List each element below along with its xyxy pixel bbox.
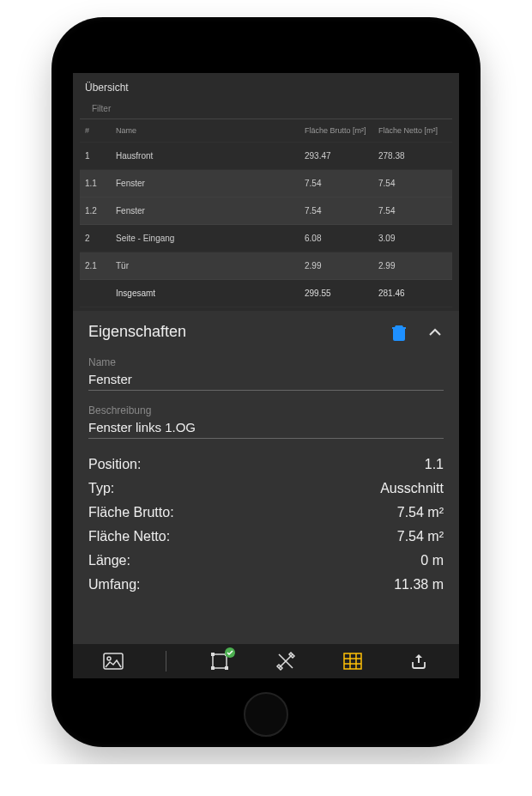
property-label: Fläche Brutto: bbox=[88, 502, 174, 523]
property-value: 11.38 m bbox=[394, 574, 444, 595]
col-num: # bbox=[85, 126, 111, 135]
col-name: Name bbox=[116, 126, 299, 135]
cell: 1 bbox=[85, 151, 111, 161]
table-row[interactable]: 1Hausfront293.47278.38 bbox=[80, 143, 452, 170]
property-row: Fläche Brutto:7.54 m² bbox=[88, 501, 444, 525]
cell: 2.99 bbox=[305, 261, 373, 270]
nav-tools[interactable] bbox=[272, 647, 299, 675]
cell: Insgesamt bbox=[116, 289, 299, 298]
tools-icon bbox=[275, 651, 296, 671]
image-icon bbox=[103, 653, 124, 670]
field-value: Fenster bbox=[88, 372, 444, 386]
panel-header: Eigenschaften bbox=[88, 323, 444, 341]
panel-title: Eigenschaften bbox=[88, 323, 186, 341]
nav-grid[interactable] bbox=[339, 647, 366, 675]
page-title: Übersicht bbox=[73, 73, 459, 99]
property-value: Ausschnitt bbox=[380, 478, 444, 499]
property-value: 7.54 m² bbox=[397, 526, 444, 547]
property-label: Länge: bbox=[88, 550, 130, 571]
cell: 299.55 bbox=[305, 289, 373, 298]
name-field[interactable]: Name Fenster bbox=[88, 356, 444, 391]
nav-share[interactable] bbox=[405, 647, 432, 675]
cell: Fenster bbox=[116, 179, 299, 188]
phone-frame: Übersicht Filter # Name Fläche Brutto [m… bbox=[51, 17, 481, 747]
properties-panel: Eigenschaften bbox=[73, 311, 459, 678]
col-net: Fläche Netto [m²] bbox=[378, 126, 447, 135]
property-label: Position: bbox=[88, 454, 141, 475]
cell: Seite - Eingang bbox=[116, 234, 299, 243]
cell: 7.54 bbox=[378, 206, 447, 216]
grid-icon bbox=[343, 653, 362, 670]
cell: 6.08 bbox=[305, 234, 373, 243]
cell: 293.47 bbox=[305, 151, 373, 161]
table-row[interactable]: 1.2Fenster7.547.54 bbox=[80, 197, 452, 225]
property-label: Umfang: bbox=[88, 574, 140, 595]
cell: 1.2 bbox=[85, 206, 111, 216]
property-label: Fläche Netto: bbox=[88, 526, 170, 547]
properties-list: Position:1.1Typ:AusschnittFläche Brutto:… bbox=[88, 453, 444, 597]
cell: 1.1 bbox=[85, 179, 111, 188]
property-value: 0 m bbox=[420, 550, 444, 571]
property-row: Länge:0 m bbox=[88, 549, 444, 573]
property-row: Umfang:11.38 m bbox=[88, 573, 444, 597]
cell: 2.99 bbox=[378, 261, 447, 270]
col-gross: Fläche Brutto [m²] bbox=[305, 126, 373, 135]
trash-icon bbox=[391, 324, 407, 341]
property-value: 1.1 bbox=[425, 454, 444, 475]
share-icon bbox=[409, 652, 428, 671]
cell: 281.46 bbox=[378, 289, 447, 298]
check-badge-icon bbox=[225, 647, 235, 658]
cell: 278.38 bbox=[378, 151, 447, 161]
table-row[interactable]: 1.1Fenster7.547.54 bbox=[80, 170, 452, 197]
cell: Fenster bbox=[116, 206, 299, 216]
svg-rect-6 bbox=[225, 666, 228, 670]
chevron-up-icon bbox=[427, 325, 443, 340]
phone-inner: Übersicht Filter # Name Fläche Brutto [m… bbox=[60, 26, 472, 738]
description-field[interactable]: Beschreibung Fenster links 1.OG bbox=[88, 404, 444, 439]
overview-table: # Name Fläche Brutto [m²] Fläche Netto [… bbox=[80, 119, 452, 307]
table-body: 1Hausfront293.47278.381.1Fenster7.547.54… bbox=[80, 143, 452, 280]
nav-divider bbox=[166, 651, 166, 671]
cell: 7.54 bbox=[378, 179, 447, 188]
bottom-nav bbox=[73, 644, 459, 678]
delete-button[interactable] bbox=[390, 324, 408, 341]
cell: 3.09 bbox=[378, 234, 447, 243]
property-row: Typ:Ausschnitt bbox=[88, 477, 444, 501]
svg-point-1 bbox=[107, 657, 111, 660]
cell: Tür bbox=[116, 261, 299, 270]
panel-actions bbox=[390, 324, 444, 341]
table-row[interactable]: 2.1Tür2.992.99 bbox=[80, 252, 452, 280]
cell: 2 bbox=[85, 234, 111, 243]
svg-rect-8 bbox=[344, 653, 361, 669]
property-row: Position:1.1 bbox=[88, 453, 444, 477]
home-button[interactable] bbox=[244, 692, 288, 737]
app-screen: Übersicht Filter # Name Fläche Brutto [m… bbox=[73, 73, 459, 678]
cell: 2.1 bbox=[85, 261, 111, 270]
table-row[interactable]: 2Seite - Eingang6.083.09 bbox=[80, 225, 452, 252]
table-total-row: Insgesamt 299.55 281.46 bbox=[80, 280, 452, 307]
svg-rect-5 bbox=[211, 666, 215, 670]
nav-image[interactable] bbox=[100, 647, 127, 675]
field-label: Name bbox=[88, 356, 444, 368]
cell: 7.54 bbox=[305, 179, 373, 188]
property-label: Typ: bbox=[88, 478, 114, 499]
table-header-row: # Name Fläche Brutto [m²] Fläche Netto [… bbox=[80, 119, 452, 143]
field-label: Beschreibung bbox=[88, 404, 444, 416]
collapse-button[interactable] bbox=[426, 324, 444, 341]
property-row: Fläche Netto:7.54 m² bbox=[88, 525, 444, 549]
property-value: 7.54 m² bbox=[397, 502, 444, 523]
cell: 7.54 bbox=[305, 206, 373, 216]
nav-shape[interactable] bbox=[206, 647, 233, 675]
filter-label: Filter bbox=[92, 104, 111, 113]
cell: Hausfront bbox=[116, 151, 299, 161]
field-value: Fenster links 1.OG bbox=[88, 420, 444, 434]
svg-rect-3 bbox=[211, 653, 215, 656]
filter-bar[interactable]: Filter bbox=[80, 99, 452, 119]
